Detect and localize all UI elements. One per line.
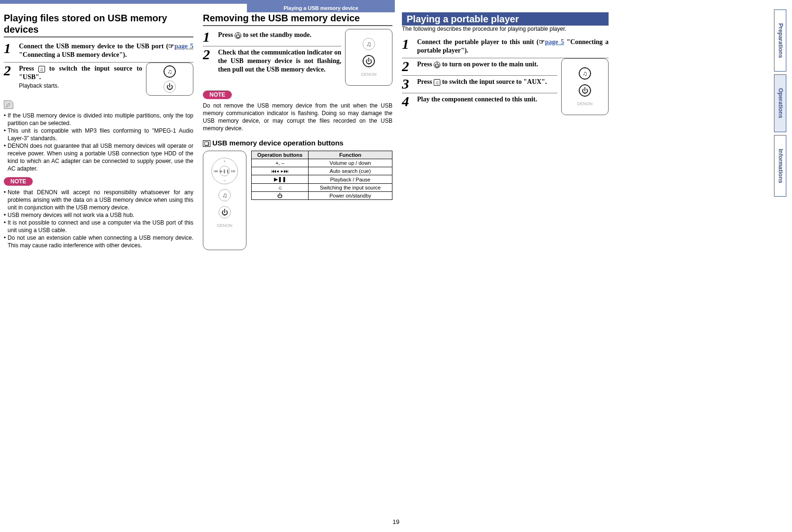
table-row: ♫Switching the input source xyxy=(252,184,392,192)
step-number: 2 xyxy=(402,60,414,72)
step-row: 3 Press ♫ to switch the input source to … xyxy=(402,76,557,93)
brand-label: DENON xyxy=(361,72,377,77)
list-item: This unit is compatible with MP3 files c… xyxy=(4,127,193,142)
table-cell: +, – xyxy=(252,159,309,167)
column-removing-usb: Removing the USB memory device 1 Press ⏻… xyxy=(203,12,392,250)
remote-illustration: + – ⏮ ⏭ ▶❚❚ DENON xyxy=(203,151,246,250)
note-list: Note that DENON will accept no responsib… xyxy=(4,189,193,249)
step-row: 2 Check that the communication indicator… xyxy=(203,46,341,77)
table-cell: ♫ xyxy=(252,184,309,192)
step-text: Press xyxy=(19,65,38,72)
list-item: Do not use an extension cable when conne… xyxy=(4,234,193,249)
table-cell: ⏻ xyxy=(252,192,309,200)
power-button-icon xyxy=(218,206,231,218)
list-item: Note that DENON will accept no responsib… xyxy=(4,189,193,211)
step-number: 1 xyxy=(203,31,215,43)
table-header: Operation buttons xyxy=(252,151,309,159)
step-text: Connect the USB memory device to the USB… xyxy=(19,43,168,50)
page-number: 19 xyxy=(392,518,399,525)
subheading-operation-buttons: ❏USB memory device operation buttons xyxy=(203,139,392,147)
operation-buttons-table: Operation buttons Function +, –Volume up… xyxy=(251,151,392,200)
column-portable-player: Playing a portable player The following … xyxy=(402,12,609,250)
table-cell: Power on/standby xyxy=(309,192,392,200)
brand-label: DENON xyxy=(217,223,233,228)
table-row: ⏻Power on/standby xyxy=(252,192,392,200)
step-subtext: Playback starts. xyxy=(19,81,142,90)
step-body: Check that the communication indicator o… xyxy=(218,48,341,74)
music-icon: ♫ xyxy=(38,66,45,72)
step-text: to switch the input source to "AUX". xyxy=(440,78,547,85)
heading-playing-usb: Playing files stored on USB memory devic… xyxy=(4,12,193,37)
step-body: Connect the USB memory device to the USB… xyxy=(19,42,193,59)
step-body: Press ⏻ to turn on power to the main uni… xyxy=(417,60,557,69)
note-pill: NOTE xyxy=(4,177,33,186)
brand-label: DENON xyxy=(577,101,593,106)
table-cell: Volume up / down xyxy=(309,159,392,167)
step-text: to turn on power to the main unit. xyxy=(440,61,538,68)
table-row: +, –Volume up / down xyxy=(252,159,392,167)
tip-list: If the USB memory device is divided into… xyxy=(4,112,193,172)
step-number: 2 xyxy=(4,64,16,77)
music-icon: ♫ xyxy=(434,79,440,86)
page-link[interactable]: page 5 xyxy=(174,43,193,50)
note-paragraph: Do not remove the USB memory device from… xyxy=(203,102,392,132)
section-header-portable: Playing a portable player xyxy=(402,12,609,26)
step-text: to set the standby mode. xyxy=(241,31,311,38)
music-button-icon xyxy=(218,189,231,201)
list-item: USB memory devices will not work via a U… xyxy=(4,211,193,219)
table-cell: Switching the input source xyxy=(309,184,392,192)
table-cell: Auto search (cue) xyxy=(309,167,392,175)
pencil-tip-icon xyxy=(4,100,13,109)
step-number: 4 xyxy=(402,95,414,108)
power-button-icon xyxy=(164,81,176,93)
page-link[interactable]: page 5 xyxy=(545,38,564,45)
step-row: 4 Play the component connected to this u… xyxy=(402,93,557,110)
pointer-icon: ☞ xyxy=(168,43,174,50)
step-number: 1 xyxy=(402,38,414,50)
table-header: Function xyxy=(309,151,392,159)
step-body: Press ♫ to switch the input source to "A… xyxy=(417,78,557,86)
intro-text: The following describes the procedure fo… xyxy=(402,26,609,32)
column-playing-usb: Playing files stored on USB memory devic… xyxy=(4,12,193,250)
step-row: 1 Connect the USB memory device to the U… xyxy=(4,40,193,63)
device-illustration: DENON xyxy=(561,58,609,115)
step-text: Press xyxy=(417,61,434,68)
step-body: Press ♫ to switch the input source to "U… xyxy=(19,64,142,90)
table-header-row: Operation buttons Function xyxy=(252,151,392,159)
table-row: ⏮◀ ▶⏭Auto search (cue) xyxy=(252,167,392,175)
tab-informations[interactable]: Informations xyxy=(774,135,786,197)
step-text: Connect the portable player to this unit… xyxy=(417,38,539,45)
pointer-icon: ☞ xyxy=(539,38,545,45)
side-tabs: Preparations Operations Informations xyxy=(774,9,786,197)
step-number: 1 xyxy=(4,42,16,54)
breadcrumb: Playing a USB memory device xyxy=(247,4,395,12)
table-row: ▶❚❚Playback / Pause xyxy=(252,175,392,184)
subheading-text: USB memory device operation buttons xyxy=(212,139,344,147)
step-text: "Connecting a USB memory device"). xyxy=(19,51,127,58)
device-illustration: DENON xyxy=(345,29,392,86)
step-body: Connect the portable player to this unit… xyxy=(417,38,609,55)
music-button-icon xyxy=(579,67,591,80)
step-row: 1 Connect the portable player to this un… xyxy=(402,36,609,58)
note-pill: NOTE xyxy=(203,90,232,99)
tab-preparations[interactable]: Preparations xyxy=(774,9,786,72)
step-row: 2 Press ⏻ to turn on power to the main u… xyxy=(402,58,557,76)
list-item: It is not possible to connect and use a … xyxy=(4,219,193,234)
tab-operations[interactable]: Operations xyxy=(774,74,786,132)
heading-removing-usb: Removing the USB memory device xyxy=(203,12,392,26)
power-icon: ⏻ xyxy=(434,62,440,68)
step-row: 2 Press ♫ to switch the input source to … xyxy=(4,63,142,93)
list-item: DENON does not guarantee that all USB me… xyxy=(4,142,193,172)
table-cell: Playback / Pause xyxy=(309,175,392,184)
list-item: If the USB memory device is divided into… xyxy=(4,112,193,127)
step-body: Play the component connected to this uni… xyxy=(417,95,557,104)
power-button-icon xyxy=(363,55,375,67)
table-cell: ▶❚❚ xyxy=(252,175,309,184)
power-button-icon xyxy=(579,84,591,97)
table-cell: ⏮◀ ▶⏭ xyxy=(252,167,309,175)
music-button-icon xyxy=(164,65,176,78)
step-row: 1 Press ⏻ to set the standby mode. xyxy=(203,29,341,46)
music-button-icon xyxy=(363,38,375,50)
step-number: 2 xyxy=(203,48,215,61)
dpad-icon: + – ⏮ ⏭ ▶❚❚ xyxy=(211,158,238,184)
